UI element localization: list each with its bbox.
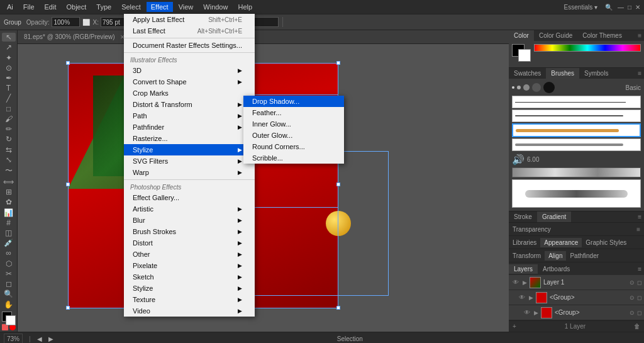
tab-artboards[interactable]: Artboards xyxy=(538,264,575,274)
menu-blur[interactable]: Blur ▶ xyxy=(124,215,255,226)
mirror-tool[interactable]: ⇆ xyxy=(2,145,16,154)
tab-color-themes[interactable]: Color Themes xyxy=(577,30,627,41)
pen-tool[interactable]: ✒ xyxy=(2,74,16,82)
tab-swatches[interactable]: Swatches xyxy=(509,68,546,79)
submenu-outer-glow[interactable]: Outer Glow... xyxy=(243,130,344,141)
handle-br[interactable] xyxy=(336,306,340,310)
tab-color[interactable]: Color xyxy=(509,30,534,41)
layer-1-eye[interactable]: 👁 xyxy=(518,293,526,302)
zoom-control[interactable]: 73% xyxy=(4,334,23,343)
tab-align[interactable]: Align xyxy=(545,251,566,261)
warp-tool[interactable]: 〜 xyxy=(2,166,16,176)
transparency-menu[interactable]: ≡ xyxy=(636,226,640,233)
menu-crop-marks[interactable]: Crop Marks xyxy=(124,87,255,99)
scale-tool[interactable]: ⤡ xyxy=(2,155,16,164)
layer-row-0[interactable]: 👁 ▶ Layer 1 ⊙ ◻ xyxy=(509,275,644,290)
menu-distort[interactable]: Distort ▶ xyxy=(124,237,255,249)
handle-tl[interactable] xyxy=(66,61,70,65)
menu-path[interactable]: Path ▶ xyxy=(124,110,255,121)
minimize-button[interactable]: — xyxy=(616,4,625,11)
paintbrush-tool[interactable]: 🖌 xyxy=(2,115,16,123)
nav-left[interactable]: ◀ xyxy=(37,335,42,342)
tab-81eps[interactable]: 81.eps* @ 300% (RGB/Preview) ✕ xyxy=(18,30,132,43)
mesh-tool[interactable]: # xyxy=(2,218,16,227)
submenu-inner-glow[interactable]: Inner Glow... xyxy=(243,118,344,130)
lasso-tool[interactable]: ⊙ xyxy=(2,64,16,72)
menu-artistic[interactable]: Artistic ▶ xyxy=(124,203,255,215)
submenu-round-corners[interactable]: Round Corners... xyxy=(243,141,344,152)
menu-distort-transform[interactable]: Distort & Transform ▶ xyxy=(124,99,255,110)
tab-brushes[interactable]: Brushes xyxy=(546,68,579,79)
line-tool[interactable]: ╱ xyxy=(2,94,16,103)
menu-file[interactable]: File xyxy=(19,2,39,12)
handle-mr[interactable] xyxy=(336,183,340,186)
tab-layers[interactable]: Layers xyxy=(509,264,538,274)
menu-texture[interactable]: Texture ▶ xyxy=(124,294,255,305)
eraser-tool[interactable]: ◻ xyxy=(2,279,16,288)
brush-stroke-4[interactable] xyxy=(512,138,641,151)
restore-button[interactable]: □ xyxy=(626,4,633,11)
menu-last-effect[interactable]: Last Effect Alt+Shift+Ctrl+E xyxy=(124,25,255,37)
color-boxes[interactable] xyxy=(2,312,16,320)
menu-doc-raster[interactable]: Document Raster Effects Settings... xyxy=(124,40,255,51)
close-button[interactable]: ✕ xyxy=(634,4,641,11)
rotate-tool[interactable]: ↻ xyxy=(2,135,16,143)
menu-other[interactable]: Other ▶ xyxy=(124,249,255,260)
menu-help[interactable]: Help xyxy=(233,2,257,12)
menu-select[interactable]: Select xyxy=(117,2,145,12)
search-icon[interactable]: 🔍 xyxy=(602,4,615,11)
opacity-input[interactable] xyxy=(52,17,80,27)
live-paint-tool[interactable]: ⬡ xyxy=(2,259,16,268)
nav-right[interactable]: ▶ xyxy=(48,335,53,342)
layers-menu[interactable]: ≡ xyxy=(635,264,644,274)
type-tool[interactable]: T xyxy=(2,84,16,93)
menu-convert-shape[interactable]: Convert to Shape ▶ xyxy=(124,76,255,87)
submenu-scribble[interactable]: Scribble... xyxy=(243,152,344,164)
menu-apply-last-effect[interactable]: Apply Last Effect Shift+Ctrl+E xyxy=(124,14,255,25)
handle-bl[interactable] xyxy=(66,306,70,310)
menu-warp[interactable]: Warp ▶ xyxy=(124,167,255,178)
layer-0-eye[interactable]: 👁 xyxy=(511,278,520,287)
color-panel-menu[interactable]: ≡ xyxy=(635,30,644,41)
menu-edit[interactable]: Edit xyxy=(40,2,61,12)
layer-2-eye[interactable]: 👁 xyxy=(523,308,531,317)
fg-bg-colors[interactable] xyxy=(512,44,532,62)
menu-window[interactable]: Window xyxy=(199,2,232,12)
stroke-tab[interactable]: Stroke xyxy=(509,211,537,222)
layer-0-expand[interactable]: ▶ xyxy=(523,279,527,286)
menu-view[interactable]: View xyxy=(174,2,198,12)
handle-ml[interactable] xyxy=(66,183,70,186)
tab-transform[interactable]: Transform xyxy=(509,251,545,261)
select-tool[interactable]: ↖ xyxy=(2,33,16,42)
tab-libraries[interactable]: Libraries xyxy=(509,238,540,247)
width-tool[interactable]: ⟺ xyxy=(2,177,16,186)
canvas-content[interactable]: ❄ ✛ xyxy=(18,44,509,332)
tab-color-guide[interactable]: Color Guide xyxy=(534,30,577,41)
tab-pathfinder[interactable]: Pathfinder xyxy=(566,251,602,261)
tab-graphic-styles[interactable]: Graphic Styles xyxy=(582,238,630,247)
magic-wand-tool[interactable]: ✦ xyxy=(2,53,16,62)
menu-type[interactable]: Type xyxy=(92,2,116,12)
scissors-tool[interactable]: ✂ xyxy=(2,269,16,278)
menu-3d[interactable]: 3D ▶ xyxy=(124,65,255,76)
menu-pixelate[interactable]: Pixelate ▶ xyxy=(124,260,255,271)
brush-big-preview[interactable] xyxy=(512,179,641,208)
tab-appearance[interactable]: Appearance xyxy=(540,238,582,247)
hand-tool[interactable]: ✋ xyxy=(2,300,16,308)
brush-stroke-3-selected[interactable] xyxy=(512,123,641,137)
gradient-tab[interactable]: Gradient xyxy=(537,211,571,222)
menu-effect[interactable]: Effect xyxy=(147,2,173,12)
eyedropper-tool[interactable]: 💉 xyxy=(2,239,16,247)
pencil-tool[interactable]: ✏ xyxy=(2,125,16,133)
submenu-drop-shadow[interactable]: Drop Shadow... xyxy=(243,96,344,107)
menu-ps-stylize[interactable]: Stylize ▶ xyxy=(124,283,255,294)
bg-color[interactable] xyxy=(518,49,531,62)
menu-ai[interactable]: Ai xyxy=(3,2,18,12)
color-spectrum[interactable] xyxy=(534,44,641,52)
layer-row-2[interactable]: 👁 ▶ <Group> ⊙ ◻ xyxy=(509,305,644,320)
gradient-tool[interactable]: ◫ xyxy=(2,228,16,237)
menu-brush-strokes[interactable]: Brush Strokes ▶ xyxy=(124,226,255,237)
submenu-feather[interactable]: Feather... xyxy=(243,107,344,118)
blend-tool[interactable]: ∞ xyxy=(2,249,16,257)
direct-select-tool[interactable]: ↗ xyxy=(2,43,16,52)
